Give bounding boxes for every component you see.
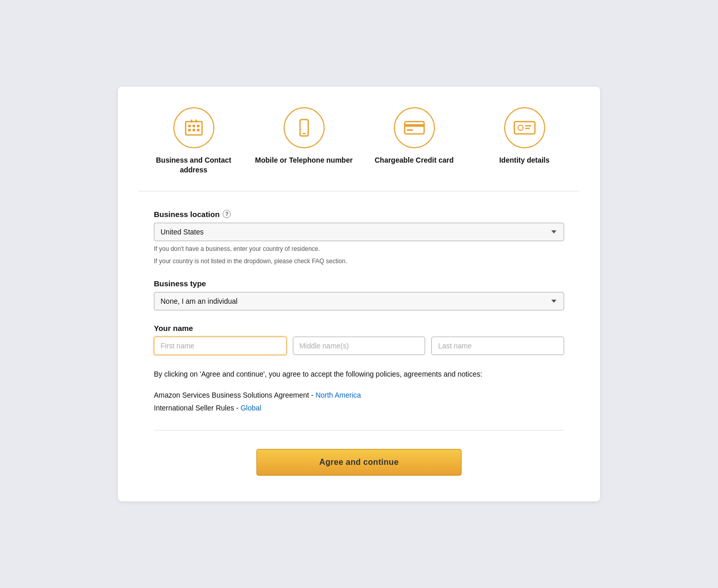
step-credit-card-icon xyxy=(394,107,435,148)
business-type-label: Business type xyxy=(154,279,564,288)
last-name-input[interactable] xyxy=(431,337,564,355)
step-mobile: Mobile or Telephone number xyxy=(253,107,355,166)
step-business-contact-icon xyxy=(173,107,214,148)
svg-rect-2 xyxy=(192,125,195,127)
svg-rect-5 xyxy=(192,129,195,131)
business-location-select[interactable]: United States xyxy=(154,223,564,241)
policy-line1: Amazon Services Business Solutions Agree… xyxy=(154,389,564,402)
policy-intro: By clicking on 'Agree and continue', you… xyxy=(154,368,564,380)
business-type-group: Business type None, I am an individual xyxy=(154,279,564,310)
policy-line1-prefix: Amazon Services Business Solutions Agree… xyxy=(154,391,315,399)
divider xyxy=(154,430,564,430)
step-business-contact-label: Business and Contact address xyxy=(143,155,245,175)
policy-line2: International Seller Rules - Global xyxy=(154,402,564,415)
svg-rect-4 xyxy=(188,129,191,131)
policy-line2-prefix: International Seller Rules - xyxy=(154,404,241,412)
step-credit-card: Chargeable Credit card xyxy=(363,107,466,166)
business-location-group: Business location ? United States If you… xyxy=(154,210,564,266)
policy-global-link[interactable]: Global xyxy=(241,404,261,412)
step-identity: Identity details xyxy=(473,107,576,166)
form-section: Business location ? United States If you… xyxy=(138,210,580,476)
policy-links: Amazon Services Business Solutions Agree… xyxy=(154,389,564,415)
step-credit-card-label: Chargeable Credit card xyxy=(374,155,453,166)
svg-rect-17 xyxy=(525,128,530,129)
step-identity-icon xyxy=(504,107,545,148)
step-business-contact: Business and Contact address xyxy=(143,107,245,175)
svg-point-15 xyxy=(518,125,523,130)
svg-rect-7 xyxy=(191,120,192,123)
main-card: Business and Contact address Mobile or T… xyxy=(118,87,600,502)
policy-north-america-link[interactable]: North America xyxy=(315,391,361,399)
svg-rect-13 xyxy=(407,129,413,131)
step-identity-label: Identity details xyxy=(499,155,549,166)
business-location-label: Business location ? xyxy=(154,210,564,219)
svg-rect-6 xyxy=(197,129,200,131)
steps-row: Business and Contact address Mobile or T… xyxy=(138,107,580,191)
svg-rect-0 xyxy=(186,122,202,135)
business-location-hint2: If your country is not listed in the dro… xyxy=(154,257,564,266)
agree-continue-button[interactable]: Agree and continue xyxy=(256,449,462,476)
svg-rect-10 xyxy=(303,133,306,134)
step-mobile-label: Mobile or Telephone number xyxy=(255,155,352,166)
svg-rect-1 xyxy=(188,125,191,127)
step-mobile-icon xyxy=(284,107,325,148)
business-type-select[interactable]: None, I am an individual xyxy=(154,292,564,310)
svg-rect-8 xyxy=(195,120,197,123)
name-inputs-row xyxy=(154,337,564,355)
business-location-hint1: If you don't have a business, enter your… xyxy=(154,244,564,253)
your-name-group: Your name xyxy=(154,324,564,355)
first-name-input[interactable] xyxy=(154,337,287,355)
your-name-label: Your name xyxy=(154,324,564,332)
svg-rect-11 xyxy=(405,122,424,134)
middle-name-input[interactable] xyxy=(293,337,426,355)
svg-rect-16 xyxy=(525,125,531,127)
svg-rect-12 xyxy=(405,124,424,127)
business-location-help-icon[interactable]: ? xyxy=(223,210,231,218)
policy-group: By clicking on 'Agree and continue', you… xyxy=(154,368,564,415)
svg-rect-3 xyxy=(197,125,200,127)
